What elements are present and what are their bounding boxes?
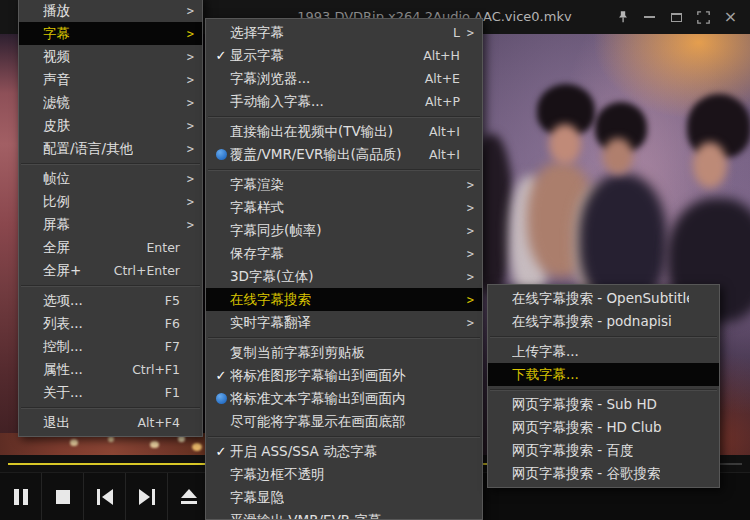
menu-item[interactable]: 上传字幕... — [488, 340, 719, 363]
menu-item[interactable]: 网页字幕搜索 - HD Club — [488, 416, 719, 439]
menu-item[interactable]: 配置/语言/其他> — [19, 137, 202, 160]
menu-item[interactable]: 字幕> — [19, 22, 202, 45]
menu-item[interactable]: 复制当前字幕到剪贴板 — [206, 341, 482, 364]
fullscreen-button[interactable] — [690, 4, 717, 30]
menu-item[interactable]: 滤镜> — [19, 91, 202, 114]
menu-item-label: 全屏+ — [43, 262, 81, 280]
context-menu-subtitle: 选择字幕L>✓显示字幕Alt+H字幕浏览器...Alt+E手动输入字幕...Al… — [205, 18, 483, 520]
menu-item[interactable]: 控制...F7 — [19, 335, 202, 358]
menu-item-shortcut: Ctrl+Enter — [106, 263, 183, 278]
video-highlight — [192, 443, 202, 451]
video-figure — [693, 142, 727, 188]
menu-item[interactable]: 3D字幕(立体)> — [206, 265, 482, 288]
menu-item[interactable]: 直接输出在视频中(TV输出)Alt+I — [206, 120, 482, 143]
menu-item-label: 平滑输出 VMR/EVR 字幕 — [230, 512, 382, 520]
pin-icon — [616, 10, 630, 24]
window-title-filename: AC.vice0.mkv — [483, 9, 572, 24]
video-figure — [549, 124, 581, 164]
menu-item-label: 将标准图形字幕输出到画面外 — [230, 367, 406, 385]
menu-item[interactable]: 下载字幕... — [488, 363, 719, 386]
menu-item[interactable]: 选择字幕L> — [206, 21, 482, 44]
submenu-arrow-icon: > — [183, 218, 194, 232]
menu-item-label: 播放 — [43, 2, 70, 20]
menu-item[interactable]: 播放> — [19, 0, 202, 22]
menu-item[interactable]: 字幕浏览器...Alt+E — [206, 67, 482, 90]
menu-item-shortcut: Alt+F4 — [129, 415, 183, 430]
maximize-icon — [671, 13, 682, 22]
menu-item[interactable]: 网页字幕搜索 - 谷歌搜索 — [488, 462, 719, 485]
menu-item[interactable]: ✓将标准图形字幕输出到画面外 — [206, 364, 482, 387]
menu-item-label: 声音 — [43, 71, 70, 89]
menu-item-label: 皮肤 — [43, 117, 70, 135]
menu-item[interactable]: ✓开启 ASS/SSA 动态字幕 — [206, 440, 482, 463]
menu-item-label: 显示字幕 — [230, 47, 284, 65]
menu-item-label: 复制当前字幕到剪贴板 — [230, 344, 365, 362]
menu-item-label: 网页字幕搜索 - 百度 — [512, 442, 633, 460]
menu-item-shortcut: F6 — [157, 316, 183, 331]
radio-gutter — [212, 149, 230, 160]
menu-item[interactable]: 保存字幕> — [206, 242, 482, 265]
menu-item[interactable]: 在线字幕搜索 - OpenSubtitles — [488, 287, 719, 310]
submenu-arrow-icon: > — [463, 270, 474, 284]
maximize-button[interactable] — [663, 4, 690, 30]
menu-separator — [208, 335, 480, 340]
menu-item[interactable]: 声音> — [19, 68, 202, 91]
check-icon: ✓ — [212, 48, 230, 63]
submenu-arrow-icon: > — [463, 293, 474, 307]
menu-item[interactable]: 关于...F1 — [19, 381, 202, 404]
menu-item[interactable]: 手动输入字幕...Alt+P — [206, 90, 482, 113]
eject-button[interactable] — [168, 473, 210, 520]
menu-item[interactable]: 全屏Enter — [19, 236, 202, 259]
close-icon: × — [724, 9, 737, 25]
menu-item[interactable]: 属性...Ctrl+F1 — [19, 358, 202, 381]
menu-item[interactable]: 全屏+Ctrl+Enter — [19, 259, 202, 282]
menu-item[interactable]: 列表...F6 — [19, 312, 202, 335]
menu-item[interactable]: 在线字幕搜索 - podnapisi — [488, 310, 719, 333]
menu-item[interactable]: 将标准文本字幕输出到画面内 — [206, 387, 482, 410]
submenu-arrow-icon: > — [463, 316, 474, 330]
menu-item-label: 退出 — [43, 414, 70, 432]
menu-item[interactable]: 平滑输出 VMR/EVR 字幕 — [206, 509, 482, 520]
menu-item-label: 配置/语言/其他 — [43, 140, 133, 158]
video-figure — [603, 138, 633, 174]
menu-item[interactable]: ✓显示字幕Alt+H — [206, 44, 482, 67]
minimize-icon — [644, 16, 655, 18]
pin-button[interactable] — [609, 4, 636, 30]
menu-item[interactable]: 视频> — [19, 45, 202, 68]
menu-item[interactable]: 网页字幕搜索 - 百度 — [488, 439, 719, 462]
check-icon: ✓ — [212, 444, 230, 459]
menu-item-label: 视频 — [43, 48, 70, 66]
menu-item-label: 帧位 — [43, 170, 70, 188]
menu-item[interactable]: 比例> — [19, 190, 202, 213]
next-button[interactable] — [126, 473, 168, 520]
submenu-arrow-icon: > — [183, 119, 194, 133]
menu-item[interactable]: 字幕样式> — [206, 196, 482, 219]
previous-button[interactable] — [84, 473, 126, 520]
minimize-button[interactable] — [636, 4, 663, 30]
menu-item[interactable]: 皮肤> — [19, 114, 202, 137]
menu-item[interactable]: 字幕渲染> — [206, 173, 482, 196]
menu-item[interactable]: 字幕显隐 — [206, 486, 482, 509]
menu-item[interactable]: 在线字幕搜索> — [206, 288, 482, 311]
menu-item-label: 控制... — [43, 338, 83, 356]
menu-item-label: 列表... — [43, 315, 83, 333]
menu-item[interactable]: 尽可能将字幕显示在画面底部 — [206, 410, 482, 433]
eject-icon — [181, 489, 197, 504]
menu-item[interactable]: 字幕同步(帧率)> — [206, 219, 482, 242]
pause-button[interactable] — [0, 473, 42, 520]
menu-item-shortcut: Alt+P — [417, 94, 463, 109]
menu-item-label: 保存字幕 — [230, 245, 284, 263]
menu-item[interactable]: 网页字幕搜索 - Sub HD — [488, 393, 719, 416]
menu-item[interactable]: 字幕边框不透明 — [206, 463, 482, 486]
menu-item-label: 手动输入字幕... — [230, 93, 324, 111]
menu-item[interactable]: 退出Alt+F4 — [19, 411, 202, 434]
close-button[interactable]: × — [717, 4, 744, 30]
menu-item[interactable]: 选项...F5 — [19, 289, 202, 312]
menu-item[interactable]: 实时字幕翻译> — [206, 311, 482, 334]
submenu-arrow-icon: > — [183, 195, 194, 209]
menu-item[interactable]: 屏幕> — [19, 213, 202, 236]
menu-item[interactable]: 帧位> — [19, 167, 202, 190]
submenu-arrow-icon: > — [183, 142, 194, 156]
stop-button[interactable] — [42, 473, 84, 520]
menu-item[interactable]: 覆盖/VMR/EVR输出(高品质)Alt+I — [206, 143, 482, 166]
